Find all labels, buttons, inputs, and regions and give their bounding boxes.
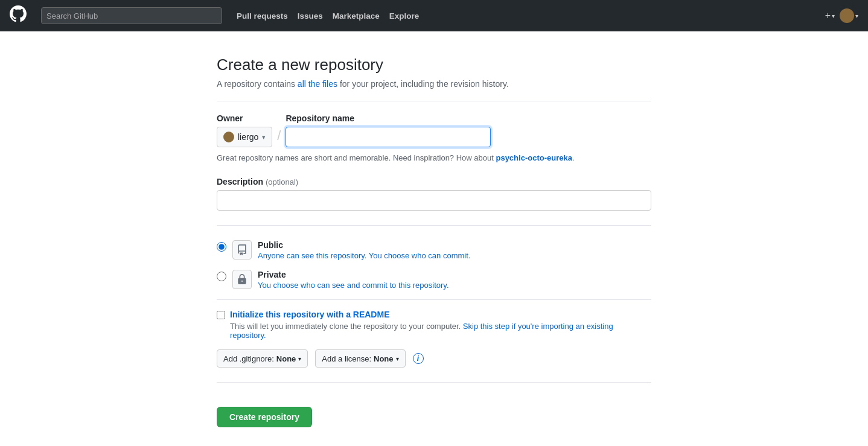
readme-desc: This will let you immediately clone the … (230, 322, 651, 340)
info-icon[interactable]: i (413, 353, 424, 364)
owner-name: liergo (238, 132, 258, 142)
description-section: Description (optional) (217, 177, 651, 211)
repo-name-group: Repository name (286, 113, 651, 147)
navbar: Pull requests Issues Marketplace Explore… (0, 0, 868, 31)
readme-section: Initialize this repository with a README… (217, 310, 651, 340)
owner-label: Owner (217, 113, 272, 123)
gitignore-dropdown[interactable]: Add .gitignore: None ▾ (217, 349, 308, 368)
public-option: Public Anyone can see this repository. Y… (217, 240, 651, 260)
private-option: Private You choose who can see and commi… (217, 270, 651, 290)
owner-group: Owner liergo ▾ (217, 113, 272, 147)
suggestion-link[interactable]: psychic-octo-eureka (496, 153, 572, 162)
public-desc: Anyone can see this repository. You choo… (258, 251, 470, 260)
navbar-right: + ▾ ▾ (825, 8, 858, 23)
license-dropdown[interactable]: Add a license: None ▾ (315, 349, 405, 368)
desc-label: Description (optional) (217, 177, 651, 186)
nav-marketplace[interactable]: Marketplace (333, 11, 380, 21)
nav-links: Pull requests Issues Marketplace Explore (237, 11, 815, 21)
slash-divider: / (272, 126, 286, 147)
nav-explore[interactable]: Explore (389, 11, 420, 21)
avatar (840, 8, 854, 23)
gitignore-value: None (276, 354, 296, 363)
search-input[interactable] (41, 7, 222, 24)
private-content: Private You choose who can see and commi… (258, 270, 449, 290)
repo-name-label: Repository name (286, 113, 651, 123)
visibility-section: Public Anyone can see this repository. Y… (217, 240, 651, 290)
owner-repo-section: Owner liergo ▾ / Repository name Great r… (217, 113, 651, 162)
subtitle-link[interactable]: all the files (298, 79, 337, 89)
divider-top (217, 101, 651, 101)
owner-chevron-icon: ▾ (262, 133, 266, 141)
public-content: Public Anyone can see this repository. Y… (258, 240, 470, 260)
description-input[interactable] (217, 190, 651, 211)
page-subtitle: A repository contains all the files for … (217, 79, 651, 89)
gitignore-chevron-icon: ▾ (298, 355, 301, 362)
public-radio[interactable] (217, 242, 226, 252)
divider-bottom (217, 382, 651, 383)
private-desc: You choose who can see and commit to thi… (258, 281, 449, 290)
private-title: Private (258, 270, 449, 279)
readme-content: Initialize this repository with a README… (230, 310, 651, 340)
public-icon (232, 240, 252, 260)
create-repository-button[interactable]: Create repository (217, 407, 312, 427)
divider-middle (217, 225, 651, 226)
user-menu-button[interactable]: ▾ (840, 8, 858, 23)
license-chevron-icon: ▾ (396, 355, 399, 362)
divider-lower (217, 299, 651, 300)
owner-select[interactable]: liergo ▾ (217, 127, 272, 147)
readme-label: Initialize this repository with a README (230, 310, 389, 319)
owner-repo-row: Owner liergo ▾ / Repository name (217, 113, 651, 147)
nav-pull-requests[interactable]: Pull requests (237, 11, 288, 21)
dropdown-row: Add .gitignore: None ▾ Add a license: No… (217, 349, 651, 368)
nav-issues[interactable]: Issues (298, 11, 323, 21)
private-radio[interactable] (217, 272, 226, 281)
license-value: None (374, 354, 394, 363)
repo-name-input[interactable] (286, 127, 491, 147)
gitignore-label: Add .gitignore: (223, 354, 274, 363)
owner-avatar (223, 132, 234, 142)
main-content: Create a new repository A repository con… (205, 56, 663, 427)
github-logo-icon[interactable] (10, 5, 27, 26)
suggestion-text: Great repository names are short and mem… (217, 153, 651, 162)
add-button[interactable]: + ▾ (825, 10, 835, 21)
desc-optional: (optional) (266, 177, 298, 186)
public-title: Public (258, 240, 470, 250)
private-icon (232, 270, 252, 289)
page-title: Create a new repository (217, 56, 651, 74)
readme-option: Initialize this repository with a README… (217, 310, 651, 340)
readme-checkbox[interactable] (217, 311, 225, 319)
license-label: Add a license: (322, 354, 371, 363)
